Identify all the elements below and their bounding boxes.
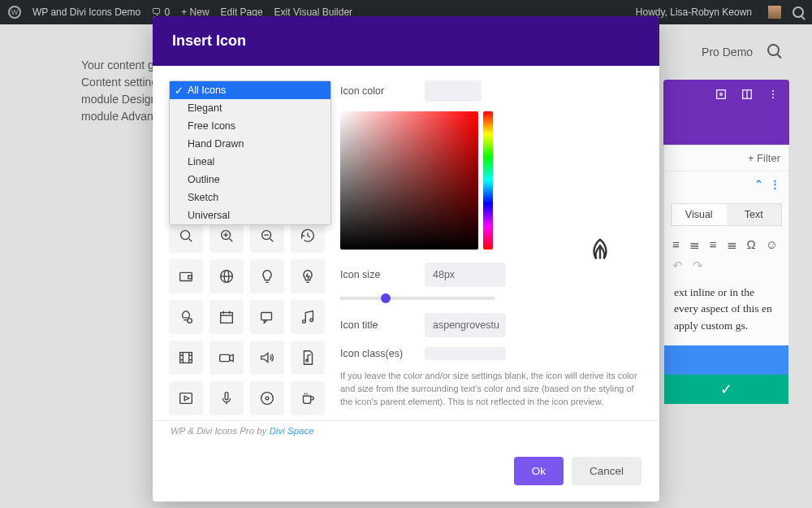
svg-point-38 [310,319,313,322]
icon-bulb-gear[interactable] [169,300,203,334]
icon-camera[interactable] [209,341,244,375]
redo-icon[interactable]: ↷ [693,258,703,273]
dropdown-option[interactable]: Hand Drawn [170,135,330,153]
more-icon[interactable] [767,88,780,101]
icon-title-label: Icon title [340,319,413,331]
svg-marker-51 [184,396,189,401]
cancel-button[interactable]: Cancel [572,457,641,485]
svg-line-15 [189,239,192,242]
svg-point-55 [266,397,269,400]
icon-music-file[interactable] [291,341,325,375]
editor-side-panel: + Filter ⌃ ⋮ Visual Text ≡ ≣ ≡ ≣ Ω ☺ ↶ ↷… [663,145,789,405]
avatar[interactable] [768,6,781,19]
divi-space-link[interactable]: Divi Space [270,426,314,436]
svg-rect-0 [717,90,726,99]
svg-point-5 [772,93,774,95]
icon-pack-dropdown[interactable]: All Icons Elegant Free Icons Hand Drawn … [169,80,331,225]
svg-rect-29 [221,313,233,323]
tab-text[interactable]: Text [727,204,782,225]
svg-rect-46 [220,354,230,361]
columns-icon[interactable] [741,88,754,101]
svg-point-49 [306,359,309,362]
align-justify-icon[interactable]: ≣ [727,237,737,252]
svg-rect-36 [261,313,272,320]
svg-point-4 [772,90,774,92]
icon-speaker[interactable] [250,341,284,375]
ok-button[interactable]: Ok [514,457,564,485]
collapse-icon[interactable]: ⌃ [754,178,763,190]
wp-logo-icon[interactable]: W [8,6,21,19]
icon-size-label: Icon size [340,269,413,280]
icon-film[interactable] [169,341,203,375]
editor-tabs: Visual Text [671,203,782,226]
svg-point-1 [720,93,723,96]
icon-preview [585,236,615,270]
hue-slider[interactable] [483,111,493,250]
panel-more-icon[interactable]: ⋮ [770,178,780,190]
dropdown-option[interactable]: Outline [170,171,330,189]
dropdown-option[interactable]: Sketch [170,189,330,206]
align-right-icon[interactable]: ≡ [710,237,717,252]
slider-thumb[interactable] [381,293,391,303]
svg-rect-52 [225,393,228,400]
search-icon[interactable] [793,7,804,18]
expand-icon[interactable] [715,88,728,101]
icon-chat[interactable] [250,300,284,334]
icon-play[interactable] [169,381,203,415]
icon-title-field[interactable]: aspengrovestu [425,313,506,337]
size-slider[interactable] [340,297,495,300]
help-text: If you leave the color and/or size setti… [340,370,643,409]
svg-rect-23 [180,272,192,280]
tab-visual[interactable]: Visual [672,204,727,225]
omega-icon[interactable]: Ω [747,237,756,252]
icon-disc[interactable] [250,381,284,415]
icon-globe[interactable] [209,259,244,293]
svg-point-14 [181,231,190,240]
svg-line-21 [270,239,274,242]
dropdown-option[interactable]: Lineal [170,153,330,171]
insert-icon-modal: Insert Icon All Icons Elegant Free Icons… [153,16,659,501]
svg-marker-47 [230,354,234,361]
dropdown-option[interactable]: Free Icons [170,117,330,135]
icon-bulb[interactable] [250,259,284,293]
icon-mic[interactable] [209,381,244,415]
confirm-bar[interactable]: ✓ [664,375,788,404]
svg-rect-24 [188,276,192,279]
icon-calendar[interactable] [209,300,244,334]
saturation-box[interactable] [340,111,478,250]
icon-mug[interactable] [291,381,325,415]
icon-color-swatch[interactable] [425,80,482,102]
icon-classes-field[interactable] [425,347,506,360]
blue-bar[interactable] [664,345,788,375]
dropdown-option[interactable]: Elegant [170,99,330,117]
page-search-icon[interactable] [767,44,780,56]
color-picker[interactable] [340,111,643,250]
pro-demo-label: Pro Demo [702,44,780,61]
site-title-link[interactable]: WP and Divi Icons Demo [32,7,140,18]
module-header-strip [663,80,789,145]
icon-wallet[interactable] [169,259,203,293]
icon-size-field[interactable]: 48px [425,263,506,287]
dropdown-option[interactable]: Universal [170,206,330,224]
icon-music[interactable] [291,300,325,334]
editor-toolbar: ≡ ≣ ≡ ≣ Ω ☺ ↶ ↷ [664,232,788,278]
svg-rect-39 [180,353,192,363]
undo-icon[interactable]: ↶ [672,258,683,273]
icon-bulb-bolt[interactable] [291,259,325,293]
align-center-icon[interactable]: ≣ [689,237,700,252]
align-left-icon[interactable]: ≡ [672,237,680,252]
modal-title: Insert Icon [153,16,659,66]
editor-content[interactable]: ext inline or in the every aspect of thi… [664,278,788,345]
svg-marker-48 [261,354,268,363]
filter-button[interactable]: + Filter [664,145,788,172]
dropdown-option[interactable]: All Icons [170,81,330,99]
icon-classes-label: Icon class(es) [340,348,413,359]
svg-line-17 [230,239,233,242]
svg-point-37 [303,320,306,323]
emoji-icon[interactable]: ☺ [766,237,778,252]
footer-note: WP & Divi Icons Pro by Divi Space [153,420,659,447]
svg-point-28 [188,319,192,323]
icon-color-label: Icon color [340,85,413,97]
svg-point-6 [772,97,774,98]
site-title: WP and Divi Icons Demo [32,7,140,18]
